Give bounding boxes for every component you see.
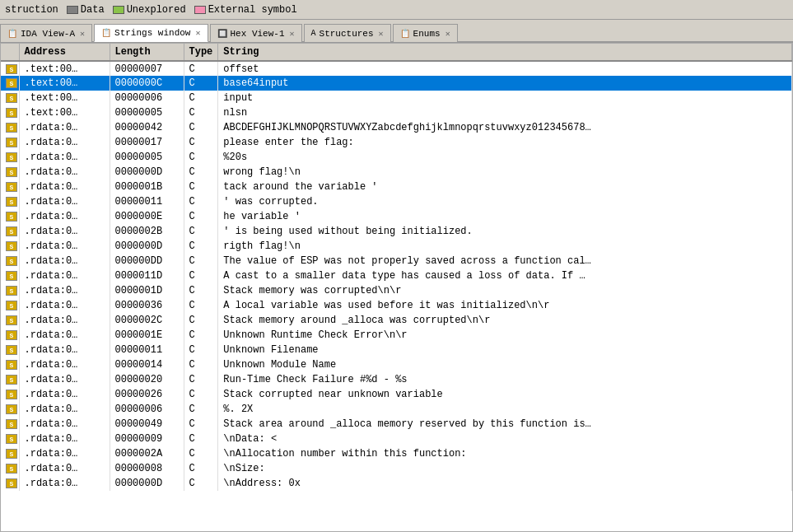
- table-row[interactable]: S .rdata:0… 00000026 C Stack corrupted n…: [1, 387, 792, 402]
- row-icon: S: [6, 78, 17, 88]
- tab-structures-close[interactable]: ✕: [379, 29, 384, 39]
- tab-ida-view[interactable]: 📋 IDA View-A ✕: [0, 24, 92, 42]
- row-icon-cell: S: [1, 328, 19, 343]
- table-row[interactable]: S .rdata:0… 0000000D C wrong flag!\n: [1, 165, 792, 180]
- row-type: C: [184, 268, 218, 283]
- row-address: .rdata:0…: [19, 180, 110, 194]
- row-address: .rdata:0…: [19, 165, 110, 180]
- table-row[interactable]: S .rdata:0… 0000000E C he variable ': [1, 209, 792, 224]
- row-length: 00000005: [110, 105, 184, 120]
- row-string: Stack memory was corrupted\n\r: [218, 283, 792, 298]
- table-row[interactable]: S .rdata:0… 00000008 C \nSize:: [1, 461, 792, 476]
- table-row[interactable]: S .rdata:0… 0000001E C Unknown Runtime C…: [1, 328, 792, 343]
- table-row[interactable]: S .rdata:0… 00000042 C ABCDEFGHIJKLMNOPQ…: [1, 120, 792, 135]
- row-address: .rdata:0…: [19, 432, 110, 446]
- row-type: C: [184, 372, 218, 387]
- table-row[interactable]: S .rdata:0… 0000002A C \nAllocation numb…: [1, 446, 792, 461]
- table-row[interactable]: S .rdata:0… 0000001D C Stack memory was …: [1, 283, 792, 298]
- row-icon-cell: S: [1, 343, 19, 357]
- row-string: Stack memory around _alloca was corrupte…: [218, 313, 792, 328]
- tab-strings-window[interactable]: 📋 Strings window ✕: [94, 24, 208, 42]
- row-icon: S: [6, 404, 17, 414]
- row-address: .rdata:0…: [19, 224, 110, 239]
- toolbar-unexplored-label: Unexplored: [127, 4, 186, 16]
- row-icon: S: [6, 167, 17, 177]
- row-icon: S: [6, 286, 17, 296]
- row-length: 000000DD: [110, 254, 184, 268]
- external-color-box: [194, 6, 206, 14]
- tab-strings-window-icon: 📋: [101, 28, 111, 38]
- tab-enums-label: Enums: [413, 29, 441, 39]
- table-row[interactable]: S .rdata:0… 0000001B C tack around the v…: [1, 180, 792, 194]
- row-icon: S: [6, 315, 17, 325]
- table-row[interactable]: S .rdata:0… 00000006 C %. 2X: [1, 402, 792, 417]
- row-type: C: [184, 120, 218, 135]
- table-row[interactable]: S .rdata:0… 0000002B C ' is being used w…: [1, 224, 792, 239]
- row-string: Stack area around _alloca memory reserve…: [218, 417, 792, 432]
- row-type: C: [184, 165, 218, 180]
- table-row[interactable]: S .text:00… 00000005 C nlsn: [1, 105, 792, 120]
- strings-table-container[interactable]: Address Length Type String S .text:00… 0…: [0, 43, 793, 532]
- row-icon-cell: S: [1, 165, 19, 180]
- row-string: nlsn: [218, 105, 792, 120]
- tab-hex-view[interactable]: 🔲 Hex View-1 ✕: [210, 24, 302, 42]
- row-icon: S: [6, 464, 17, 474]
- table-row[interactable]: S .rdata:0… 00000049 C Stack area around…: [1, 417, 792, 432]
- tab-enums[interactable]: 📋 Enums ✕: [393, 24, 458, 42]
- toolbar-data-label: Data: [81, 4, 105, 16]
- row-icon: S: [6, 390, 17, 399]
- table-row[interactable]: S .rdata:0… 0000000D C \nAddress: 0x: [1, 476, 792, 491]
- row-address: .rdata:0…: [19, 417, 110, 432]
- table-row[interactable]: S .rdata:0… 0000002C C Stack memory arou…: [1, 313, 792, 328]
- table-row[interactable]: S .rdata:0… 00000011 C ' was corrupted.: [1, 194, 792, 209]
- row-string: tack around the variable ': [218, 180, 792, 194]
- row-string: rigth flag!\n: [218, 239, 792, 254]
- row-icon-cell: S: [1, 446, 19, 461]
- row-address: .rdata:0…: [19, 254, 110, 268]
- row-icon-cell: S: [1, 194, 19, 209]
- table-row[interactable]: S .rdata:0… 00000017 C please enter the …: [1, 135, 792, 150]
- table-row[interactable]: S .rdata:0… 00000011 C Unknown Filename: [1, 343, 792, 357]
- table-row[interactable]: S .rdata:0… 0000011D C A cast to a small…: [1, 268, 792, 283]
- row-string: A cast to a smaller data type has caused…: [218, 268, 792, 283]
- toolbar-external-item[interactable]: External symbol: [194, 4, 297, 16]
- row-icon: S: [6, 226, 17, 236]
- table-row[interactable]: S .rdata:0… 0000000D C rigth flag!\n: [1, 239, 792, 254]
- row-address: .text:00…: [19, 91, 110, 105]
- row-icon-cell: S: [1, 135, 19, 150]
- row-string: Run-Time Check Failure #%d - %s: [218, 372, 792, 387]
- row-string: offset: [218, 61, 792, 76]
- row-address: .rdata:0…: [19, 402, 110, 417]
- row-icon-cell: S: [1, 150, 19, 165]
- row-string: input: [218, 91, 792, 105]
- row-length: 00000026: [110, 387, 184, 402]
- table-row[interactable]: S .rdata:0… 00000014 C Unknown Module Na…: [1, 357, 792, 372]
- table-row[interactable]: S .text:00… 00000006 C input: [1, 91, 792, 105]
- row-address: .rdata:0…: [19, 446, 110, 461]
- row-address: .text:00…: [19, 61, 110, 76]
- col-header-icon: [1, 44, 19, 61]
- row-string: \nAllocation number within this function…: [218, 446, 792, 461]
- row-string: wrong flag!\n: [218, 165, 792, 180]
- toolbar-data-item[interactable]: Data: [67, 4, 105, 16]
- table-row[interactable]: S .text:00… 00000007 C offset: [1, 61, 792, 76]
- row-icon-cell: S: [1, 268, 19, 283]
- table-row[interactable]: S .rdata:0… 000000DD C The value of ESP …: [1, 254, 792, 268]
- row-icon: S: [6, 256, 17, 266]
- tab-ida-view-close[interactable]: ✕: [80, 29, 85, 39]
- row-icon: S: [6, 197, 17, 207]
- table-row[interactable]: S .text:00… 0000000C C base64input: [1, 76, 792, 91]
- tab-strings-window-close[interactable]: ✕: [195, 28, 200, 38]
- table-row[interactable]: S .rdata:0… 00000005 C %20s: [1, 150, 792, 165]
- row-length: 00000006: [110, 91, 184, 105]
- tab-enums-close[interactable]: ✕: [445, 29, 450, 39]
- table-row[interactable]: S .rdata:0… 00000020 C Run-Time Check Fa…: [1, 372, 792, 387]
- row-length: 00000011: [110, 194, 184, 209]
- tab-hex-view-close[interactable]: ✕: [290, 29, 295, 39]
- row-length: 0000000D: [110, 239, 184, 254]
- table-row[interactable]: S .rdata:0… 00000009 C \nData: <: [1, 432, 792, 446]
- tab-structures[interactable]: A Structures ✕: [304, 24, 391, 42]
- table-row[interactable]: S .rdata:0… 00000036 C A local variable …: [1, 298, 792, 313]
- toolbar-unexplored-item[interactable]: Unexplored: [113, 4, 186, 16]
- row-icon: S: [6, 108, 17, 118]
